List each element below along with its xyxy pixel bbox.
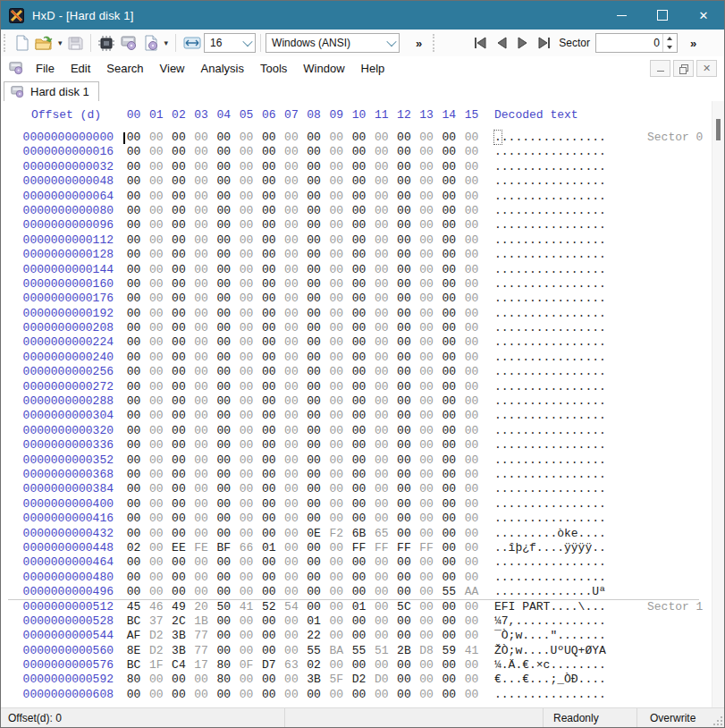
byte-cell[interactable]: 00 [348,497,370,512]
byte-cell[interactable]: 00 [235,394,257,409]
byte-cell[interactable]: 00 [438,571,460,585]
byte-cell[interactable]: 00 [190,380,213,394]
byte-cell[interactable]: 00 [235,571,257,585]
offset-cell[interactable]: 0000000000400 [19,497,114,512]
byte-cell[interactable]: 00 [145,307,167,321]
tab-hard-disk-1[interactable]: Hard disk 1 [4,81,99,102]
sector-spinner[interactable]: 0 [595,33,678,53]
byte-cell[interactable]: 00 [280,321,302,335]
byte-cell[interactable]: 00 [438,218,460,233]
byte-cell[interactable]: 51 [370,644,392,658]
byte-cell[interactable]: 00 [167,204,190,218]
byte-cell[interactable]: 1B [190,614,213,629]
byte-cell[interactable]: 00 [416,380,438,394]
decoded-cell[interactable]: ................ [494,190,606,204]
byte-cell[interactable]: 00 [438,321,460,335]
byte-cell[interactable]: 00 [416,497,438,512]
byte-cell[interactable]: 00 [145,204,167,218]
byte-cell[interactable]: 00 [392,585,415,599]
byte-cell[interactable]: 00 [325,453,348,468]
byte-cell[interactable]: 00 [460,541,483,555]
byte-cell[interactable]: 00 [145,585,167,599]
decoded-cell[interactable]: ................ [494,248,606,262]
byte-cell[interactable]: 00 [438,335,460,350]
byte-cell[interactable]: 00 [167,555,190,570]
byte-cell[interactable]: 00 [257,453,280,468]
byte-cell[interactable]: 00 [325,614,348,629]
byte-cell[interactable]: FF [348,541,370,555]
byte-cell[interactable]: 00 [416,555,438,570]
byte-cell[interactable]: 00 [257,555,280,570]
byte-cell[interactable]: 00 [280,218,302,233]
offset-cell[interactable]: 0000000000320 [19,424,114,438]
byte-cell[interactable]: 00 [303,307,325,321]
byte-cell[interactable]: BC [122,658,145,673]
byte-cell[interactable]: 00 [257,277,280,292]
byte-cell[interactable]: 00 [438,658,460,673]
byte-cell[interactable]: 00 [145,555,167,570]
byte-cell[interactable]: 00 [145,380,167,394]
byte-cell[interactable]: 00 [303,571,325,585]
byte-cell[interactable]: 00 [280,277,302,292]
byte-cell[interactable]: 00 [325,233,348,248]
menu-analysis[interactable]: Analysis [193,62,252,75]
byte-cell[interactable]: 00 [460,160,483,174]
byte-cell[interactable]: 00 [235,512,257,526]
byte-cell[interactable]: 00 [392,453,415,468]
byte-cell[interactable]: 00 [190,394,213,409]
byte-cell[interactable]: 00 [122,394,145,409]
byte-cell[interactable]: 00 [438,468,460,482]
byte-cell[interactable]: 00 [370,394,392,409]
byte-cell[interactable]: 00 [392,321,415,335]
byte-cell[interactable]: 00 [460,277,483,292]
byte-cell[interactable]: 00 [167,380,190,394]
byte-cell[interactable]: 00 [392,174,415,189]
byte-cell[interactable]: 00 [190,277,213,292]
byte-cell[interactable]: 00 [257,409,280,423]
byte-cell[interactable]: 00 [325,555,348,570]
byte-cell[interactable]: 00 [257,248,280,262]
byte-cell[interactable]: 00 [303,394,325,409]
byte-cell[interactable]: 00 [280,233,302,248]
byte-cell[interactable]: 00 [460,145,483,159]
byte-cell[interactable]: 00 [348,160,370,174]
menu-tools[interactable]: Tools [252,62,295,75]
byte-cell[interactable]: 00 [325,335,348,350]
byte-cell[interactable]: EE [167,541,190,555]
byte-cell[interactable]: 00 [280,351,302,365]
byte-cell[interactable]: 00 [416,321,438,335]
byte-cell[interactable]: 00 [167,571,190,585]
byte-cell[interactable]: 00 [257,673,280,687]
byte-cell[interactable]: 00 [325,409,348,423]
byte-cell[interactable]: 00 [145,468,167,482]
byte-cell[interactable]: 00 [280,204,302,218]
byte-cell[interactable]: 00 [190,512,213,526]
byte-cell[interactable]: 00 [235,174,257,189]
offset-cell[interactable]: 0000000000016 [19,145,114,159]
decoded-cell[interactable]: ................ [494,453,606,468]
byte-cell[interactable]: 00 [325,365,348,379]
open-disk-image-button[interactable] [140,32,162,54]
byte-cell[interactable]: 0E [303,527,325,541]
byte-cell[interactable]: 00 [213,688,235,702]
mdi-minimize-button[interactable] [650,60,670,77]
byte-cell[interactable]: 00 [416,263,438,277]
byte-cell[interactable]: 00 [348,658,370,673]
offset-cell[interactable]: 0000000000272 [19,380,114,394]
byte-cell[interactable]: 00 [303,233,325,248]
byte-cell[interactable]: 00 [303,497,325,512]
byte-cell[interactable]: 00 [325,468,348,482]
decoded-cell[interactable]: ¼7,............. [494,614,606,629]
byte-cell[interactable]: 00 [145,233,167,248]
byte-cell[interactable]: 00 [325,600,348,614]
byte-cell[interactable]: 00 [392,629,415,643]
byte-cell[interactable]: 00 [213,629,235,643]
byte-cell[interactable]: 00 [303,585,325,599]
byte-cell[interactable]: 00 [392,277,415,292]
byte-cell[interactable]: 00 [167,307,190,321]
offset-cell[interactable]: 0000000000096 [19,218,114,233]
byte-cell[interactable]: 00 [122,380,145,394]
byte-cell[interactable]: 00 [370,131,392,145]
offset-cell[interactable]: 0000000000224 [19,335,114,350]
byte-cell[interactable]: 00 [235,629,257,643]
